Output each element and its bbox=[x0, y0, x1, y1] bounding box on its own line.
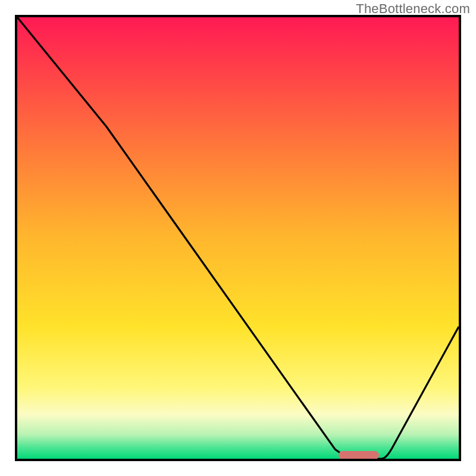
optimum-marker bbox=[339, 451, 379, 459]
chart-root: TheBottleneck.com bbox=[0, 0, 476, 476]
bottleneck-curve bbox=[17, 17, 459, 459]
plot-area bbox=[15, 15, 461, 461]
